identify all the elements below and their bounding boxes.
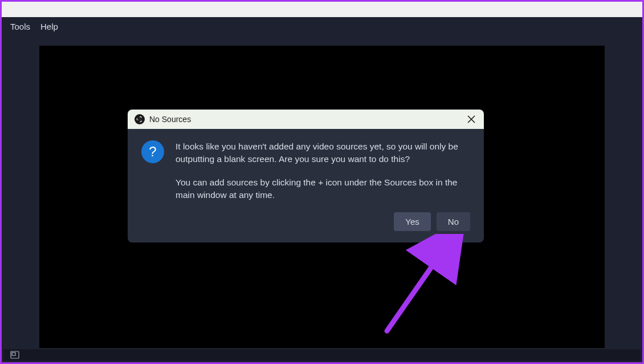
dialog-text: It looks like you haven't added any vide… <box>176 140 470 202</box>
menu-bar: Tools Help <box>2 17 642 35</box>
dialog-paragraph-1: It looks like you haven't added any vide… <box>176 140 470 166</box>
title-bar <box>2 2 642 17</box>
dialog-body: ? It looks like you haven't added any vi… <box>128 129 484 212</box>
svg-rect-9 <box>12 353 15 355</box>
dialog-footer: Yes No <box>128 212 484 242</box>
svg-point-1 <box>139 117 140 118</box>
dialog-header: No Sources <box>128 110 484 129</box>
dialog-title-group: No Sources <box>134 114 191 124</box>
no-sources-dialog: No Sources ? It looks like you haven't a… <box>128 110 484 242</box>
yes-button[interactable]: Yes <box>394 212 430 231</box>
arrow-annotation <box>364 234 472 339</box>
preview-canvas: No Sources ? It looks like you haven't a… <box>39 46 605 348</box>
svg-point-3 <box>138 119 139 120</box>
scene-icon <box>10 351 19 359</box>
main-area: No Sources ? It looks like you haven't a… <box>2 35 642 355</box>
bottom-panel <box>3 349 641 361</box>
dialog-paragraph-2: You can add sources by clicking the + ic… <box>176 176 470 202</box>
dialog-title: No Sources <box>149 115 191 124</box>
svg-point-2 <box>140 119 141 120</box>
obs-icon <box>134 114 145 124</box>
svg-line-7 <box>387 242 449 331</box>
menu-help[interactable]: Help <box>40 22 58 31</box>
no-button[interactable]: No <box>437 212 470 231</box>
menu-tools[interactable]: Tools <box>10 22 30 31</box>
close-icon[interactable] <box>466 114 477 125</box>
question-icon: ? <box>141 140 164 163</box>
